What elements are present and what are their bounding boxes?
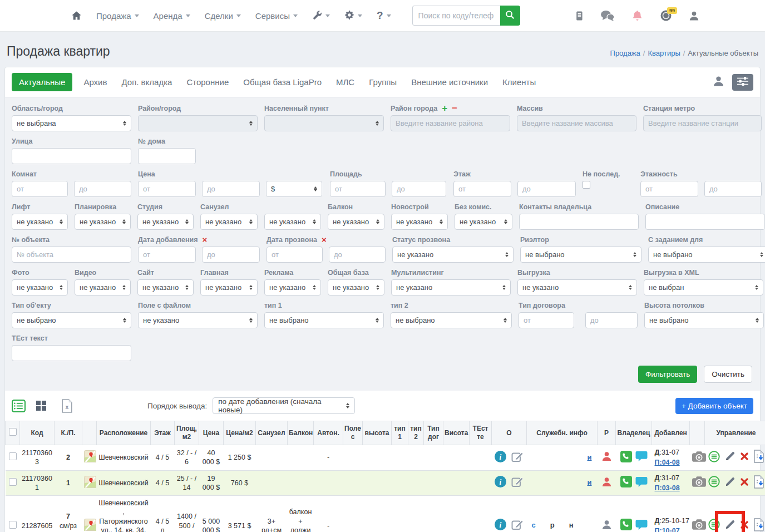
photos-camera-icon[interactable]	[692, 524, 707, 532]
breadcrumb-prodazha[interactable]: Продажа	[610, 49, 640, 57]
filter-nomer-input[interactable]	[12, 247, 131, 263]
comment-icon[interactable]	[635, 519, 648, 532]
service-letter[interactable]: и	[588, 478, 592, 487]
menu-sdelki[interactable]: Сделки	[205, 11, 241, 21]
add-object-button[interactable]: + Добавить объект	[675, 398, 753, 414]
filter-planirovka-select[interactable]: не указано	[75, 214, 131, 230]
map-icon[interactable]	[84, 456, 96, 464]
tab-obshchaya-baza[interactable]: Общая база LigaPro	[243, 77, 322, 87]
filter-extra-select[interactable]: не указано	[264, 214, 321, 230]
filter-multilisting-select[interactable]: не указано	[391, 279, 511, 295]
export-doc-icon[interactable]	[753, 518, 764, 532]
call-date-link[interactable]: П:03-08	[655, 484, 680, 492]
phone-icon[interactable]	[620, 476, 632, 490]
delete-x-icon[interactable]	[740, 477, 749, 489]
filter-ploshchad-from[interactable]	[330, 181, 386, 197]
details-list-icon[interactable]	[708, 476, 720, 490]
menu-prodazha[interactable]: Продажа	[96, 11, 139, 21]
filter-sanuzel-select[interactable]: не указано	[200, 214, 258, 230]
list-view-icon[interactable]	[12, 400, 26, 412]
filter-etazhnost-from[interactable]	[640, 181, 698, 197]
service-letter[interactable]: и	[588, 453, 592, 462]
filter-data-prozvona-from[interactable]	[266, 247, 323, 263]
tab-gruppy[interactable]: Группы	[369, 77, 397, 87]
filter-pole-s-failom-select[interactable]: не указано	[138, 312, 258, 328]
owner-person-icon[interactable]	[601, 455, 612, 463]
remove-district-icon[interactable]: −	[452, 103, 457, 114]
filter-novostroy-select[interactable]: не указано	[391, 214, 448, 230]
filter-massiv-input[interactable]	[517, 115, 636, 131]
export-doc-icon[interactable]	[753, 475, 764, 491]
filter-raion-gorod-select[interactable]	[138, 115, 258, 131]
filter-sait-select[interactable]: не указано	[137, 279, 194, 295]
filter-s-zadaniem-select[interactable]: не выбрано	[648, 247, 765, 263]
filter-etazh-from[interactable]	[453, 181, 511, 197]
tab-vneshnie-istochniki[interactable]: Внешние источники	[411, 77, 488, 87]
tab-mls[interactable]: МЛС	[336, 77, 354, 87]
grid-view-icon[interactable]	[36, 400, 47, 411]
filter-tip2-select[interactable]: не выбрано	[391, 312, 512, 328]
filter-komnat-to[interactable]	[74, 181, 131, 197]
agent-person-icon[interactable]	[713, 76, 724, 89]
filter-foto-select[interactable]: не указано	[12, 279, 68, 295]
search-button[interactable]	[500, 6, 520, 26]
filter-tsena-from[interactable]	[138, 181, 196, 197]
filter-clear-button[interactable]: Очистить	[704, 366, 752, 383]
row-checkbox[interactable]	[9, 452, 17, 460]
photos-camera-icon[interactable]	[692, 456, 707, 464]
filter-video-select[interactable]: не указано	[75, 279, 131, 295]
filter-metro-input[interactable]	[643, 115, 762, 131]
select-all-checkbox[interactable]	[9, 428, 17, 436]
info-icon[interactable]: i	[495, 451, 506, 465]
phone-icon[interactable]	[620, 519, 632, 532]
filter-test-tekst-input[interactable]	[12, 345, 131, 361]
ne-posled-checkbox[interactable]	[583, 181, 590, 189]
sort-order-select[interactable]: по дате добавления (сначала новые)	[213, 397, 355, 414]
edit-pencil-icon[interactable]	[724, 456, 736, 464]
user-icon[interactable]	[689, 11, 699, 21]
tab-dop-vkladka[interactable]: Доп. вкладка	[121, 77, 172, 87]
filter-ploshchad-to[interactable]	[392, 181, 446, 197]
filter-currency-select[interactable]: $	[266, 181, 322, 197]
filter-kontakty-input[interactable]	[519, 214, 639, 230]
clear-date-icon[interactable]: ×	[322, 235, 327, 244]
add-district-icon[interactable]: +	[442, 103, 447, 114]
clear-date-icon[interactable]: ×	[202, 235, 207, 244]
filter-tip-dogovora-to[interactable]	[585, 312, 638, 328]
filter-data-dob-to[interactable]	[202, 247, 260, 263]
export-doc-icon[interactable]	[753, 450, 764, 465]
tab-aktualnye[interactable]: Актуальные	[12, 73, 72, 91]
messages-icon[interactable]	[600, 10, 615, 22]
filter-studiya-select[interactable]: не указано	[137, 214, 194, 230]
owner-person-icon[interactable]	[601, 481, 612, 489]
notifications-bell-icon[interactable]	[631, 10, 643, 22]
filter-glavnaya-select[interactable]: не указано	[200, 279, 258, 295]
filter-etazhnost-to[interactable]	[704, 181, 762, 197]
filter-tsena-to[interactable]	[202, 181, 260, 197]
excel-export-icon[interactable]: x	[61, 399, 73, 413]
filter-data-prozvona-to[interactable]	[329, 247, 386, 263]
filter-komnat-from[interactable]	[12, 181, 68, 197]
comment-icon[interactable]	[635, 476, 648, 490]
owner-person-icon[interactable]	[601, 524, 612, 531]
search-input[interactable]	[412, 6, 500, 26]
filter-tip-obektu-select[interactable]: не выбрано	[12, 312, 131, 328]
filter-apply-button[interactable]: Фильтровать	[638, 366, 697, 383]
breadcrumb-kvartiry[interactable]: Квартиры	[648, 49, 680, 57]
info-icon[interactable]: i	[495, 519, 506, 532]
filter-dom-input[interactable]	[138, 148, 196, 164]
settings-menu[interactable]	[344, 10, 362, 22]
tools-menu[interactable]	[312, 10, 330, 22]
filter-vygruzka-select[interactable]: не указано	[517, 279, 637, 295]
home-icon[interactable]	[71, 11, 82, 21]
filter-status-prozvona-select[interactable]: не указано	[392, 247, 514, 263]
filter-tip1-select[interactable]: не выбрано	[264, 312, 384, 328]
filter-vygruzka-xml-select[interactable]: не выбран	[644, 279, 763, 295]
edit-pencil-icon[interactable]	[724, 481, 736, 489]
filter-obshchaya-baza-select[interactable]: не указано	[328, 279, 384, 295]
menu-servisy[interactable]: Сервисы	[255, 11, 298, 21]
filter-nas-punkt-select[interactable]	[264, 115, 384, 131]
filter-data-dob-from[interactable]	[138, 247, 196, 263]
row-checkbox[interactable]	[9, 478, 17, 486]
filter-tip-dogovora-from[interactable]	[519, 312, 574, 328]
